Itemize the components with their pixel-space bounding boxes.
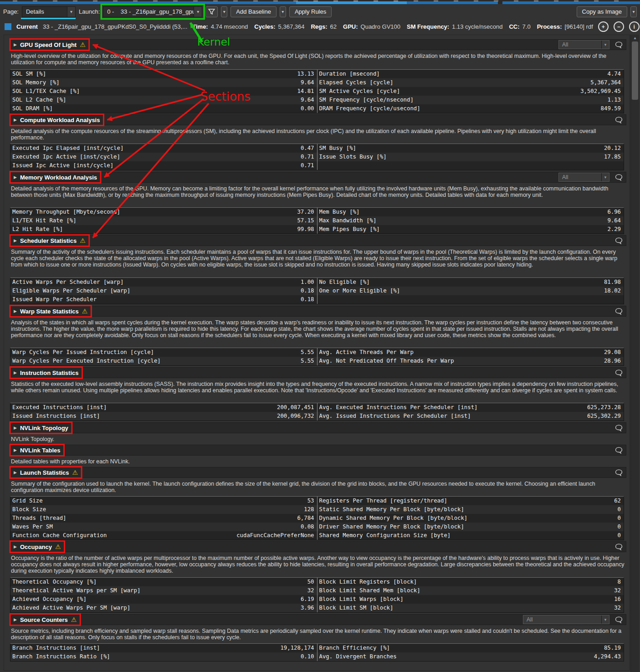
- body-filter-dropdown[interactable]: All ▾: [558, 40, 609, 49]
- metric-name: Function Cache Configuration: [12, 531, 107, 540]
- chevron-down-icon: ▾: [194, 7, 202, 17]
- metric-name: Block Limit SM [block]: [319, 604, 394, 612]
- zoom-out-button[interactable]: −: [614, 21, 624, 32]
- page-label: Page:: [3, 8, 19, 15]
- expander-triangle-icon[interactable]: ▶: [14, 175, 17, 180]
- kernel-stat: Regs:62: [311, 23, 337, 30]
- expander-triangle-icon[interactable]: ▶: [14, 618, 17, 622]
- expander-triangle-icon[interactable]: ▶: [14, 471, 17, 475]
- comment-icon[interactable]: [615, 237, 623, 244]
- section-title-box: ▶ NVLink Topology: [14, 425, 68, 431]
- stat-label: Cycles:: [254, 23, 275, 30]
- add-baseline-button[interactable]: Add Baseline: [230, 6, 276, 17]
- metric-value: [616, 295, 621, 304]
- metric-value: 85.19: [599, 644, 621, 652]
- scrollbar[interactable]: ▲: [630, 35, 639, 672]
- zoom-in-button[interactable]: +: [598, 21, 609, 32]
- comment-icon[interactable]: [615, 447, 623, 454]
- filter-button[interactable]: [205, 6, 218, 17]
- filter-dropdown-button[interactable]: ▾: [221, 6, 227, 17]
- metric-value: 625,273.28: [583, 403, 621, 412]
- section-header[interactable]: ▶ Compute Workload Analysis: [10, 114, 626, 125]
- comment-icon[interactable]: [615, 425, 623, 431]
- apply-rules-button[interactable]: Apply Rules: [289, 6, 332, 17]
- comment-icon[interactable]: [615, 469, 623, 476]
- chevron-down-icon: ▾: [632, 9, 635, 14]
- metric-name: Block Limit Shared Mem [block]: [319, 586, 420, 595]
- comment-icon[interactable]: [615, 308, 623, 315]
- info-button[interactable]: i: [629, 21, 640, 32]
- toolbar: Page: Details ▾ Launch: 0 - 33 - _Z16pai…: [0, 4, 640, 19]
- metric-name: SM Busy [%]: [319, 144, 356, 153]
- expander-triangle-icon[interactable]: ▶: [14, 371, 17, 375]
- expander-triangle-icon[interactable]: ▶: [14, 426, 17, 430]
- section-header[interactable]: ▶ NVLink Tables: [10, 445, 626, 456]
- comment-icon[interactable]: [615, 117, 623, 123]
- table-row: Theoretical Occupancy [%]50Block Limit R…: [10, 578, 624, 586]
- section-description: Summary of the configuration used to lau…: [11, 481, 625, 493]
- metric-value: cudaFuncCachePreferNone: [232, 531, 314, 540]
- metric-name: Mem Pipes Busy [%]: [319, 225, 380, 234]
- expander-triangle-icon[interactable]: ▶: [14, 309, 17, 313]
- metric-value: 5,367,364: [586, 78, 621, 87]
- chevron-down-icon: ▾: [601, 41, 609, 49]
- kernel-stat: Cycles:5,367,364: [254, 23, 304, 30]
- metric-value: 200,096,732: [272, 412, 314, 421]
- copy-as-image-button[interactable]: Copy as Image: [577, 6, 627, 17]
- comment-icon[interactable]: [615, 369, 623, 376]
- metric-value: 32: [609, 586, 621, 595]
- section-header[interactable]: ▶ Memory Workload Analysis All ▾: [10, 172, 626, 183]
- metric-name: One or More Eligible [%]: [319, 287, 400, 295]
- section-description: High-level overview of the utilization f…: [11, 53, 625, 66]
- section-header[interactable]: ▶ Occupancy ⚠: [10, 541, 626, 552]
- section-header[interactable]: ▶ Scheduler Statistics ⚠: [10, 235, 626, 246]
- section-header[interactable]: ▶ Warp State Statistics ⚠: [10, 306, 626, 317]
- stat-label: SM Frequency:: [407, 23, 449, 30]
- scroll-up-icon[interactable]: ▲: [631, 35, 639, 41]
- metrics-table: Executed Ipc Elapsed [inst/cycle]0.47SM …: [10, 144, 624, 170]
- body-filter-dropdown[interactable]: All ▾: [523, 615, 609, 624]
- comment-icon[interactable]: [615, 174, 623, 181]
- metric-value: 6,784: [292, 514, 314, 523]
- scrollbar-thumb[interactable]: [632, 41, 638, 100]
- comment-icon[interactable]: [615, 41, 623, 48]
- expander-triangle-icon[interactable]: ▶: [14, 43, 17, 47]
- expander-triangle-icon[interactable]: ▶: [14, 545, 17, 549]
- expander-triangle-icon[interactable]: ▶: [14, 118, 17, 122]
- expander-triangle-icon[interactable]: ▶: [14, 239, 17, 243]
- section-header[interactable]: ▶ Source Counters ⚠ All ▾: [10, 614, 626, 625]
- metric-value: 625,302.29: [583, 412, 621, 421]
- table-row: Theoretical Active Warps per SM [warp]32…: [10, 586, 624, 595]
- stat-value: 1.13 cycle/nsecond: [452, 23, 502, 30]
- section-title-box: ▶ Source Counters ⚠: [14, 616, 77, 623]
- expander-triangle-icon[interactable]: ▶: [14, 448, 17, 452]
- metric-name: Issued Instructions [inst]: [12, 412, 100, 421]
- kernel-name: 33 - _Z16pair_gpu_178_gpuPKdS0_S0_Pyiidd…: [43, 23, 187, 30]
- metric-value: 16: [609, 595, 621, 604]
- page-select[interactable]: Details ▾: [22, 6, 76, 17]
- chevron-down-icon: ▾: [601, 173, 609, 181]
- kernel-stat: Time:4.74 msecond: [192, 23, 248, 30]
- copy-as-image-dropdown-button[interactable]: ▾: [630, 6, 637, 17]
- section-title-box: ▶ Occupancy ⚠: [14, 544, 61, 550]
- metric-value: 0.18: [296, 295, 314, 304]
- table-row: Achieved Active Warps Per SM [warp]3.96B…: [10, 604, 624, 612]
- section-header[interactable]: ▶ Launch Statistics ⚠: [10, 467, 626, 478]
- section-description: Source metrics, including branch efficie…: [11, 628, 625, 641]
- add-baseline-dropdown-button[interactable]: ▾: [280, 6, 286, 17]
- section-header[interactable]: ▶ Instruction Statistics: [10, 367, 626, 378]
- section-title: Warp State Statistics: [20, 308, 79, 315]
- kernel-stat: Process:[96140] rdf: [537, 23, 593, 30]
- section-title: Launch Statistics: [20, 469, 69, 476]
- metric-name: Theoretical Active Warps per SM [warp]: [12, 586, 140, 595]
- launch-kernel-select[interactable]: 0 - 33 - _Z16pair_gpu_178_gpu ▾: [103, 6, 202, 17]
- section-header[interactable]: ▶ NVLink Topology: [10, 422, 626, 433]
- section-header[interactable]: ▶ GPU Speed Of Light ⚠ All ▾: [10, 39, 626, 50]
- metric-value: 53: [303, 497, 314, 505]
- body-filter-dropdown[interactable]: All ▾: [558, 173, 609, 182]
- comment-icon[interactable]: [615, 544, 623, 550]
- metric-value: 0.18: [296, 287, 314, 295]
- section-description: Detailed analysis of the memory resource…: [11, 185, 625, 198]
- comment-icon[interactable]: [615, 616, 623, 623]
- metric-value: 6.19: [296, 595, 314, 604]
